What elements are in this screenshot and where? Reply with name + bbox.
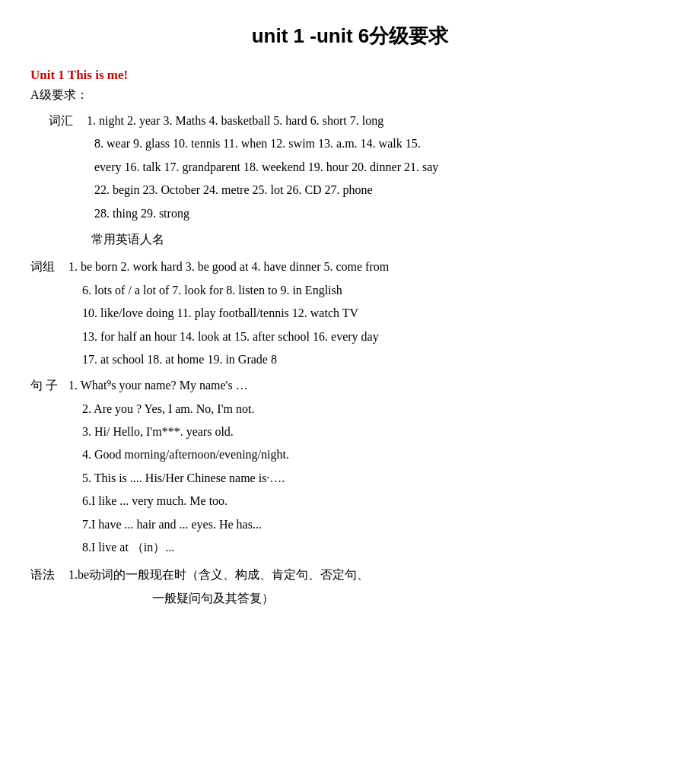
vocab-line-2-row: 8. wear 9. glass 10. tennis 11. when 12.… (94, 132, 670, 155)
phrases-row1: 词组 1. be born 2. work hard 3. be good at… (30, 256, 670, 278)
vocab-line-3-row: every 16. talk 17. grandparent 18. weeke… (94, 156, 670, 179)
vocab-line-5-row: 28. thing 29. strong (94, 202, 670, 225)
phrases-line-4: 13. for half an hour 14. look at 15. aft… (82, 325, 670, 348)
unit1-title: Unit 1 This is me! (30, 68, 670, 83)
vocab-label: 词汇 (49, 110, 87, 132)
common-names: 常用英语人名 (91, 228, 670, 251)
vocab-line-4-row: 22. begin 23. October 24. metre 25. lot … (94, 179, 670, 202)
phrases-label: 词组 (30, 256, 68, 278)
phrases-line-3: 10. like/love doing 11. play football/te… (82, 302, 670, 325)
sentences-label: 句 子 (30, 374, 68, 397)
unit1-section: Unit 1 This is me! A级要求： 词汇 1. night 2. … (30, 68, 670, 610)
sentence-3: 3. Hi/ Hello, I'm***. years old. (82, 421, 670, 443)
phrases-line-5: 17. at school 18. at home 19. in Grade 8 (82, 348, 670, 371)
sentence-5: 5. This is .... His/Her Chinese name is·… (82, 467, 670, 490)
grammar-section: 语法 1.be动词的一般现在时（含义、构成、肯定句、否定句、 一般疑问句及其答复… (30, 563, 670, 610)
grammar-text2: 一般疑问句及其答复） (152, 587, 670, 610)
page-title: unit 1 -unit 6分级要求 (30, 23, 670, 49)
phrases-section: 词组 1. be born 2. work hard 3. be good at… (30, 256, 670, 371)
phrases-line-2: 6. lots of / a lot of 7. look for 8. lis… (82, 279, 670, 302)
grammar-row: 语法 1.be动词的一般现在时（含义、构成、肯定句、否定句、 (30, 563, 670, 586)
grammar-text: 1.be动词的一般现在时（含义、构成、肯定句、否定句、 (68, 563, 369, 586)
sentence-6: 6.I like ... very much. Me too. (82, 490, 670, 513)
sentences-section: 句 子 1. What⁹s your name? My name's … 2. … (30, 374, 670, 559)
vocab-row-label: 词汇 1. night 2. year 3. Maths 4. basketba… (49, 110, 670, 132)
sentence-4: 4. Good morning/afternoon/evening/night. (82, 443, 670, 466)
vocab-line-1: 1. night 2. year 3. Maths 4. basketball … (87, 110, 383, 132)
sentence-8: 8.I live at （in）... (82, 536, 670, 559)
grammar-label: 语法 (30, 563, 68, 586)
sentence-1: 1. What⁹s your name? My name's … (68, 374, 248, 397)
sentences-row: 句 子 1. What⁹s your name? My name's … (30, 374, 670, 397)
sentence-7: 7.I have ... hair and ... eyes. He has..… (82, 513, 670, 536)
vocab-section: 词汇 1. night 2. year 3. Maths 4. basketba… (49, 110, 670, 225)
phrases-line-1: 1. be born 2. work hard 3. be good at 4.… (68, 256, 389, 278)
sentence-2: 2. Are you ? Yes, I am. No, I'm not. (82, 398, 670, 421)
level-a-title: A级要求： (30, 87, 670, 103)
